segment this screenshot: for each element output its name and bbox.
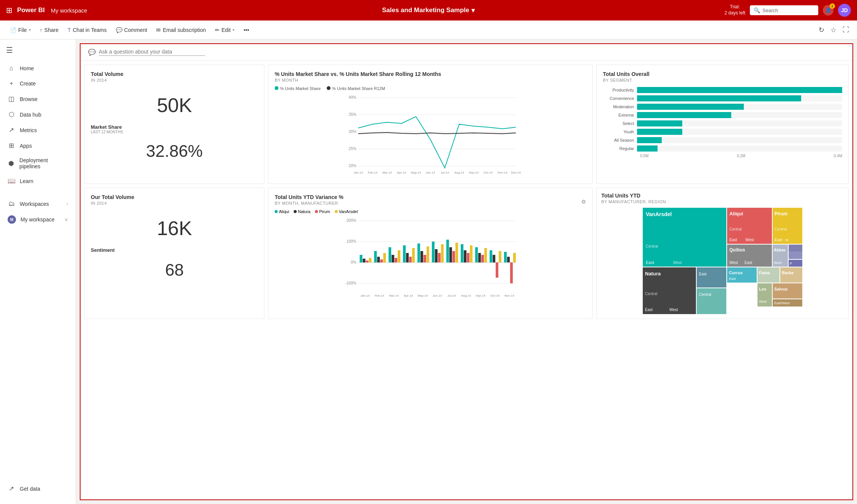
email-subscription-button[interactable]: ✉ Email subscription <box>152 25 210 35</box>
svg-text:VanArsdel: VanArsdel <box>646 211 672 217</box>
svg-text:Mar-14: Mar-14 <box>389 294 399 297</box>
svg-text:Barba: Barba <box>782 270 794 275</box>
waffle-icon[interactable]: ⊞ <box>6 6 13 15</box>
svg-rect-56 <box>452 251 455 262</box>
sidebar-item-deployment[interactable]: ⬢ Deployment pipelines <box>0 153 76 173</box>
svg-text:Jan-14: Jan-14 <box>354 171 363 174</box>
total-volume-value: 50K <box>91 94 258 117</box>
svg-rect-31 <box>363 259 365 262</box>
datahub-icon: ⬡ <box>8 111 15 118</box>
svg-rect-70 <box>504 252 507 262</box>
learn-icon: 📖 <box>8 177 15 185</box>
email-icon: ✉ <box>156 27 161 33</box>
bar-row-allseason: All Season <box>603 137 842 143</box>
svg-text:Apr-14: Apr-14 <box>404 294 413 297</box>
svg-text:25%: 25% <box>349 147 356 151</box>
search-box[interactable]: 🔍 Search <box>750 5 818 15</box>
bar-row-regular: Regular <box>603 145 842 152</box>
sidebar-item-apps[interactable]: ⊞ Apps <box>0 138 76 153</box>
svg-text:Salvus: Salvus <box>774 287 787 291</box>
svg-text:West: West <box>669 308 678 312</box>
sidebar-item-deployment-label: Deployment pipelines <box>19 157 68 169</box>
svg-rect-134 <box>789 245 802 251</box>
widget-total-units-ytd: Total Units YTD BY MANUFACTURER, REGION … <box>596 188 849 319</box>
total-volume-subtitle: IN 2014 <box>91 78 258 82</box>
home-icon: ⌂ <box>8 65 15 72</box>
svg-text:East: East <box>646 260 654 265</box>
toolbar: 📄 File ▾ ↑ Share T Chat in Teams 💬 Comme… <box>0 21 857 39</box>
total-units-overall-subtitle: BY SEGMENT <box>603 78 842 82</box>
svg-text:Central: Central <box>645 292 657 296</box>
widget-our-volume-sentiment: Our Total Volume IN 2014 16K Sentiment 6… <box>84 188 264 319</box>
sidebar-item-datahub[interactable]: ⬡ Data hub <box>0 107 76 122</box>
manufacturer-legend: Aliqui Natura Pirum VanArsdel <box>275 209 586 214</box>
ytd-variance-svg: 200% 100% 0% -100% <box>275 217 586 304</box>
sidebar-item-learn[interactable]: 📖 Learn <box>0 173 76 189</box>
qa-input[interactable] <box>99 49 205 56</box>
svg-rect-62 <box>475 247 478 262</box>
market-share-value: 32.86% <box>91 142 258 161</box>
svg-rect-61 <box>470 245 473 262</box>
title-chevron-icon[interactable]: ▾ <box>471 6 475 14</box>
refresh-icon[interactable]: ↻ <box>817 24 826 36</box>
svg-text:Central: Central <box>729 227 742 231</box>
file-chevron-icon: ▾ <box>29 28 31 32</box>
svg-rect-116 <box>697 267 726 288</box>
svg-rect-44 <box>409 257 412 262</box>
svg-rect-48 <box>424 255 426 262</box>
svg-rect-30 <box>360 255 362 262</box>
bar-row-moderation: Moderation <box>603 104 842 110</box>
sidebar-item-create[interactable]: + Create <box>0 76 76 91</box>
sidebar: ☰ ⌂ Home + Create ◫ Browse ⬡ Data hub ↗ … <box>0 39 76 504</box>
brand-logo: Power BI <box>17 6 45 14</box>
comment-button[interactable]: 💬 Comment <box>112 25 151 35</box>
svg-rect-65 <box>484 248 487 262</box>
svg-rect-33 <box>369 258 372 262</box>
svg-text:20%: 20% <box>349 164 356 168</box>
sidebar-item-home[interactable]: ⌂ Home <box>0 61 76 76</box>
svg-rect-40 <box>395 258 397 262</box>
svg-text:P: P <box>790 262 792 265</box>
svg-rect-67 <box>493 255 495 262</box>
svg-text:West: West <box>729 261 738 265</box>
edit-button[interactable]: ✏ Edit ▾ <box>211 25 238 35</box>
sidebar-item-getdata[interactable]: ↗ Get data <box>0 481 76 496</box>
market-share-subtitle: LAST 12 MONTHS <box>91 130 258 134</box>
sidebar-item-metrics[interactable]: ↗ Metrics <box>0 122 76 138</box>
sentiment-title: Sentiment <box>91 247 258 253</box>
svg-text:Aug-14: Aug-14 <box>461 294 471 297</box>
file-button[interactable]: 📄 File ▾ <box>6 25 35 35</box>
search-placeholder: Search <box>762 8 778 13</box>
svg-rect-125 <box>780 267 802 283</box>
favorite-icon[interactable]: ☆ <box>829 24 838 36</box>
svg-rect-63 <box>478 253 481 262</box>
svg-rect-69 <box>499 251 501 262</box>
our-volume-title: Our Total Volume <box>91 194 258 200</box>
user-avatar[interactable]: JD <box>838 4 851 17</box>
svg-text:W: W <box>785 238 789 242</box>
bar-row-convenience: Convenience <box>603 95 842 101</box>
chat-in-teams-button[interactable]: T Chat in Teams <box>64 25 111 35</box>
line-chart-title: % Units Market Share vs. % Units Market … <box>275 71 586 77</box>
legend-market-share-r12m: % Units Market Share R12M <box>327 86 385 91</box>
getdata-icon: ↗ <box>8 485 15 493</box>
report-title: Sales and Marketing Sample ▾ <box>382 6 475 14</box>
svg-text:East: East <box>699 272 707 276</box>
svg-rect-50 <box>432 242 435 262</box>
svg-text:Mar-14: Mar-14 <box>382 171 392 174</box>
ytd-variance-settings-icon[interactable]: ⚙ <box>581 199 586 205</box>
svg-text:Aliqui: Aliqui <box>729 211 743 216</box>
notification-button[interactable]: 👤 2 <box>823 5 833 16</box>
sidebar-item-myworkspace[interactable]: M My workspace ∨ <box>0 212 76 228</box>
sidebar-item-browse[interactable]: ◫ Browse <box>0 91 76 107</box>
svg-text:30%: 30% <box>349 130 356 134</box>
sidebar-collapse-icon[interactable]: ☰ <box>6 46 13 54</box>
workspace-label[interactable]: My workspace <box>51 7 87 14</box>
share-button[interactable]: ↑ Share <box>36 25 62 35</box>
sidebar-item-workspaces[interactable]: 🗂 Workspaces › <box>0 196 76 212</box>
more-options-button[interactable]: ••• <box>240 25 253 35</box>
dashboard-grid: Total Volume IN 2014 50K Market Share LA… <box>81 61 852 323</box>
svg-text:West: West <box>774 261 782 265</box>
fullscreen-icon[interactable]: ⛶ <box>841 24 851 35</box>
total-units-ytd-subtitle: BY MANUFACTURER, REGION <box>601 199 844 204</box>
